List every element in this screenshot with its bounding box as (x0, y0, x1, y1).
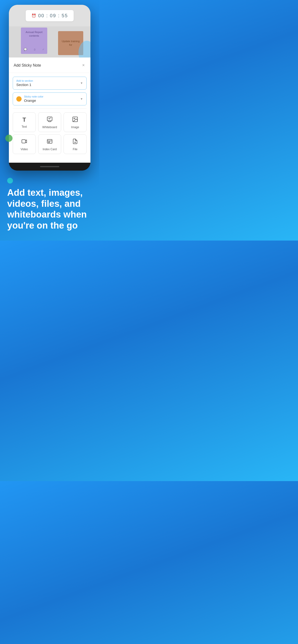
modal-header: Add Sticky Note × (9, 58, 90, 73)
promo-text: Add text, images, videos, files, and whi… (7, 187, 92, 231)
number-icon: 0 (34, 48, 35, 51)
color-dropdown-arrow: ▼ (80, 97, 83, 100)
whiteboard-type-label: Whiteboard (42, 126, 57, 129)
color-dropdown-inner: Sticky note color Orange (16, 95, 80, 103)
section-label: Add to section (16, 79, 33, 82)
svg-point-2 (74, 118, 75, 119)
file-type-label: File (73, 148, 77, 151)
color-value: Orange (24, 98, 36, 102)
sticky-note-purple-text: Annual Report contents (24, 30, 44, 38)
bottom-promo-section: Add text, images, videos, files, and whi… (0, 170, 99, 240)
phone-screen: ⏰ 00 : 09 : 55 Annual Report contents 💬 … (9, 5, 90, 163)
type-button-index-card[interactable]: Index Card (38, 134, 61, 154)
type-button-file[interactable]: File (64, 134, 87, 154)
section-value: Section 1 (16, 83, 32, 87)
file-type-icon (72, 138, 78, 146)
color-dropdown[interactable]: Sticky note color Orange ▼ (13, 92, 87, 106)
text-type-label: Text (22, 125, 27, 128)
canvas-area: Annual Report contents 💬 0 ✓ Update trai… (9, 26, 90, 58)
divider (13, 108, 87, 108)
timer-area: ⏰ 00 : 09 : 55 (9, 5, 90, 26)
sticky-purple-icons: 💬 0 ✓ (24, 48, 44, 51)
whiteboard-type-icon (47, 116, 53, 124)
phone-home-area (9, 163, 90, 170)
comment-icon: 💬 (24, 48, 27, 51)
type-button-video[interactable]: Video (13, 134, 36, 154)
type-button-image[interactable]: Image (64, 112, 87, 132)
color-label: Sticky note color (24, 95, 80, 98)
timer-box: ⏰ 00 : 09 : 55 (26, 10, 74, 21)
video-type-label: Video (21, 148, 28, 151)
text-type-icon: T (23, 116, 26, 123)
orange-color-dot (16, 96, 22, 102)
svg-rect-3 (22, 140, 26, 143)
home-bar (40, 166, 59, 167)
type-button-text[interactable]: T Text (13, 112, 36, 132)
add-to-section-dropdown[interactable]: Add to section Section 1 ▼ (13, 77, 87, 90)
green-dot-decoration (5, 135, 13, 142)
sticky-note-orange-text: Update training for (60, 40, 81, 47)
index-card-type-icon (47, 138, 53, 146)
type-button-whiteboard[interactable]: Whiteboard (38, 112, 61, 132)
check-icon: ✓ (42, 48, 44, 51)
close-button[interactable]: × (81, 62, 86, 69)
add-sticky-note-modal: Add Sticky Note × Add to section Section… (9, 58, 90, 163)
phone-wrapper: ⏰ 00 : 09 : 55 Annual Report contents 💬 … (9, 0, 90, 170)
timer-value: 00 : 09 : 55 (38, 13, 68, 18)
video-type-icon (21, 138, 27, 146)
modal-body: Add to section Section 1 ▼ Sticky note c… (9, 73, 90, 158)
image-type-label: Image (71, 126, 79, 129)
timer-icon: ⏰ (32, 14, 36, 18)
index-card-type-label: Index Card (43, 148, 57, 151)
type-grid: T Text Whiteboard (13, 112, 87, 154)
section-dropdown-content: Add to section Section 1 (16, 79, 33, 87)
phone-shell: ⏰ 00 : 09 : 55 Annual Report contents 💬 … (9, 5, 90, 170)
image-type-icon (72, 116, 78, 124)
modal-title: Add Sticky Note (14, 63, 41, 68)
sticky-note-purple[interactable]: Annual Report contents 💬 0 ✓ (21, 28, 47, 54)
section-dropdown-arrow: ▼ (80, 82, 83, 85)
teal-dot-decoration (7, 178, 13, 184)
color-dropdown-content: Sticky note color Orange (24, 95, 80, 103)
